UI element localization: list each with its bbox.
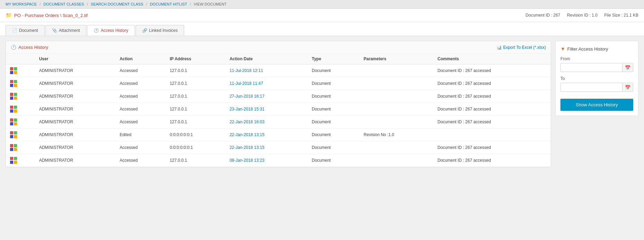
filter-from-input[interactable] (561, 63, 622, 72)
cell-date[interactable]: 23-Jan-2018 15:31 (225, 103, 308, 116)
cell-action: Accessed (115, 141, 166, 154)
cell-type: Document (308, 64, 360, 77)
cell-parameters (360, 141, 433, 154)
breadcrumb-document-classes[interactable]: DOCUMENT CLASSES (43, 2, 84, 6)
filter-title: ▼ Filter Access History (560, 46, 633, 52)
cell-comments: Document ID : 267 accessed (433, 77, 551, 90)
filter-panel: ▼ Filter Access History From 📅 To 📅 Show… (555, 41, 638, 116)
cell-date[interactable]: 22-Jan-2018 13:15 (225, 128, 308, 141)
cell-parameters: Revision No :1.0 (360, 128, 433, 141)
tab-attachment[interactable]: 📎 Attachment (45, 25, 87, 36)
file-size: File Size : 21.1 KB (604, 13, 638, 18)
table-row: ADMINISTRATORAccessed127.0.0.111-Jul-201… (6, 77, 551, 90)
cell-type: Document (308, 90, 360, 103)
cell-date[interactable]: 27-Jun-2018 16:17 (225, 90, 308, 103)
cell-parameters (360, 103, 433, 116)
cell-action: Accessed (115, 154, 166, 167)
export-label: Export To Excel (*.xlsx) (503, 45, 546, 50)
tab-document-label: Document (19, 28, 38, 33)
access-history-table: User Action IP Address Action Date Type … (6, 54, 551, 167)
user-avatar-cell (6, 141, 35, 154)
cell-ip: 127.0.0.1 (165, 90, 225, 103)
cell-action: Accessed (115, 116, 166, 128)
attachment-tab-icon: 📎 (52, 28, 57, 33)
cell-parameters (360, 64, 433, 77)
filter-from-label: From (560, 56, 633, 61)
breadcrumb-my-workspace[interactable]: MY WORKSPACE (6, 2, 37, 6)
cell-ip: 0:0:0:0:0:0:1 (165, 141, 225, 154)
panel-title: 🕐 Access History (11, 45, 48, 50)
user-avatar (10, 144, 17, 151)
document-id: Document ID : 267 (525, 13, 560, 18)
tab-linked-invoices-label: Linked Invoices (149, 28, 178, 33)
user-avatar-cell (6, 90, 35, 103)
cell-parameters (360, 90, 433, 103)
table-row: ADMINISTRATOREdited0:0:0:0:0:0:122-Jan-2… (6, 128, 551, 141)
col-header-date: Action Date (225, 54, 308, 64)
cell-comments: Document ID : 267 accessed (433, 64, 551, 77)
breadcrumb-view-document: VIEW DOCUMENT (194, 2, 227, 6)
cell-date[interactable]: 11-Jul-2018 12:11 (225, 64, 308, 77)
cell-comments: Document ID : 267 accessed (433, 154, 551, 167)
cell-action: Edited (115, 128, 166, 141)
user-avatar (10, 67, 17, 74)
cell-user: ADMINISTRATOR (35, 141, 115, 154)
user-avatar-cell (6, 116, 35, 128)
user-avatar (10, 106, 17, 113)
breadcrumb: MY WORKSPACE / DOCUMENT CLASSES / SEARCH… (0, 0, 644, 9)
cell-parameters (360, 154, 433, 167)
export-icon: 📊 (497, 45, 502, 50)
table-row: ADMINISTRATORAccessed127.0.0.111-Jul-201… (6, 64, 551, 77)
cell-date[interactable]: 08-Jan-2018 13:23 (225, 154, 308, 167)
filter-from-calendar-btn[interactable]: 📅 (622, 64, 633, 72)
cell-comments: Document ID : 267 accessed (433, 141, 551, 154)
cell-date[interactable]: 22-Jan-2018 13:15 (225, 141, 308, 154)
export-excel-link[interactable]: 📊 Export To Excel (*.xlsx) (497, 45, 546, 50)
show-access-history-button[interactable]: Show Access History (560, 99, 633, 111)
filter-to-input[interactable] (561, 83, 622, 91)
tab-access-history[interactable]: 🕐 Access History (87, 25, 135, 36)
cell-action: Accessed (115, 90, 166, 103)
document-title-text: PO - Purchase Orders \ Scan_0_2.tif (14, 13, 88, 18)
table-row: ADMINISTRATORAccessed127.0.0.108-Jan-201… (6, 154, 551, 167)
filter-to-input-wrap: 📅 (560, 83, 633, 92)
user-avatar (10, 118, 17, 125)
document-tab-icon: 📄 (12, 28, 17, 33)
user-avatar (10, 93, 17, 100)
filter-icon: ▼ (560, 46, 565, 52)
col-header-comments: Comments (433, 54, 551, 64)
cell-parameters (360, 77, 433, 90)
filter-to-calendar-btn[interactable]: 📅 (622, 83, 633, 91)
cell-type: Document (308, 154, 360, 167)
col-header-ip: IP Address (165, 54, 225, 64)
cell-type: Document (308, 116, 360, 128)
cell-ip: 0:0:0:0:0:0:1 (165, 128, 225, 141)
breadcrumb-document-hitlist[interactable]: DOCUMENT HITLIST (150, 2, 187, 6)
breadcrumb-search-document-class[interactable]: SEARCH DOCUMENT CLASS (91, 2, 143, 6)
filter-from-field: From 📅 (560, 56, 633, 72)
cell-action: Accessed (115, 103, 166, 116)
cell-date[interactable]: 22-Jan-2018 16:03 (225, 116, 308, 128)
cell-user: ADMINISTRATOR (35, 116, 115, 128)
breadcrumb-sep-1: / (40, 2, 41, 6)
tab-attachment-label: Attachment (59, 28, 80, 33)
panel-header: 🕐 Access History 📊 Export To Excel (*.xl… (6, 41, 551, 54)
tabs-bar: 📄 Document 📎 Attachment 🕐 Access History… (0, 22, 644, 36)
breadcrumb-sep-3: / (146, 2, 147, 6)
cell-date[interactable]: 11-Jul-2018 11:47 (225, 77, 308, 90)
filter-from-input-wrap: 📅 (560, 63, 633, 72)
filter-title-text: Filter Access History (567, 46, 608, 52)
tab-document[interactable]: 📄 Document (6, 25, 45, 36)
document-title: 📁 PO - Purchase Orders \ Scan_0_2.tif (6, 12, 88, 18)
main-content: 🕐 Access History 📊 Export To Excel (*.xl… (0, 36, 644, 172)
user-avatar-cell (6, 64, 35, 77)
user-avatar-cell (6, 103, 35, 116)
filter-to-field: To 📅 (560, 76, 633, 92)
table-row: ADMINISTRATORAccessed127.0.0.123-Jan-201… (6, 103, 551, 116)
breadcrumb-sep-4: / (190, 2, 191, 6)
col-header-action: Action (115, 54, 166, 64)
col-header-user-icon (6, 54, 35, 64)
table-row: ADMINISTRATORAccessed127.0.0.122-Jan-201… (6, 116, 551, 128)
table-header-row: User Action IP Address Action Date Type … (6, 54, 551, 64)
tab-linked-invoices[interactable]: 🔗 Linked Invoices (136, 25, 184, 36)
